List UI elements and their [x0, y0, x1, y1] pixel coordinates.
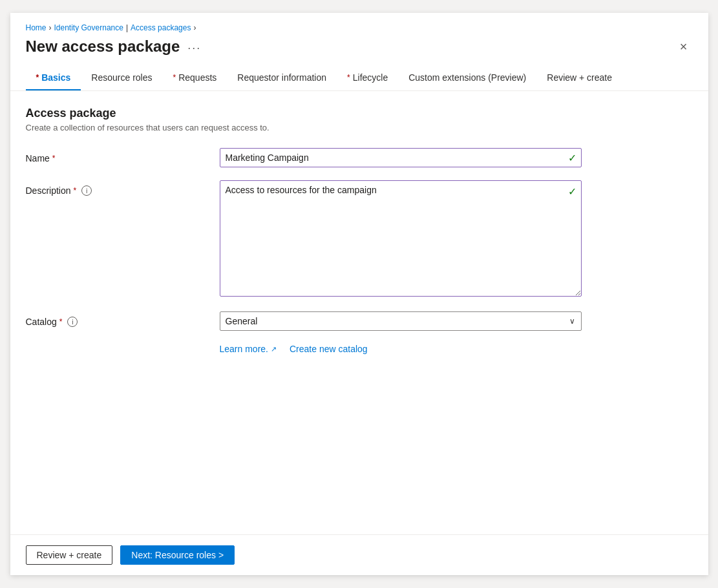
title-row: New access package ··· × — [26, 37, 693, 56]
section-title: Access package — [26, 107, 693, 120]
tab-lifecycle-star: * — [347, 73, 350, 82]
tab-lifecycle-label: Lifecycle — [353, 72, 388, 83]
breadcrumb-chevron-1: › — [49, 23, 52, 32]
breadcrumb-separator: | — [126, 23, 128, 32]
description-label-text: Description — [26, 185, 71, 196]
description-form-row: Description * i Access to resources for … — [26, 180, 693, 299]
name-form-row: Name * ✓ — [26, 148, 693, 167]
tab-resource-roles[interactable]: Resource roles — [81, 66, 162, 90]
tabs-bar: * Basics Resource roles * Requests Reque… — [10, 66, 708, 91]
tab-resource-roles-label: Resource roles — [91, 72, 152, 83]
catalog-required-star: * — [59, 317, 63, 326]
tab-review-create-label: Review + create — [547, 72, 612, 83]
description-required-star: * — [74, 186, 77, 195]
tab-lifecycle[interactable]: * Lifecycle — [337, 66, 398, 90]
tab-basics[interactable]: * Basics — [26, 66, 81, 90]
learn-more-label: Learn more. — [220, 344, 268, 354]
breadcrumb: Home › Identity Governance | Access pack… — [26, 23, 693, 32]
name-label-text: Name — [26, 153, 50, 163]
breadcrumb-access-packages[interactable]: Access packages — [131, 23, 191, 32]
name-input-wrapper: ✓ — [220, 148, 582, 167]
review-create-button[interactable]: Review + create — [26, 545, 113, 565]
tab-requests-label: Requests — [178, 72, 216, 83]
links-row: Learn more. ↗ Create new catalog — [220, 344, 693, 354]
tab-requests-star: * — [173, 73, 176, 82]
description-textarea[interactable]: Access to resources for the campaign — [220, 180, 582, 297]
content-area: Access package Create a collection of re… — [10, 91, 708, 534]
catalog-label: Catalog * i — [26, 311, 220, 327]
learn-more-link[interactable]: Learn more. ↗ — [220, 344, 277, 354]
tab-requestor-info[interactable]: Requestor information — [227, 66, 337, 90]
close-button[interactable]: × — [675, 37, 693, 56]
catalog-control: General Custom ∨ — [220, 311, 582, 331]
tab-review-create[interactable]: Review + create — [536, 66, 622, 90]
tab-requestor-info-label: Requestor information — [237, 72, 326, 83]
title-left: New access package ··· — [26, 37, 202, 56]
more-options-button[interactable]: ··· — [187, 41, 201, 55]
description-label: Description * i — [26, 180, 220, 196]
catalog-select-wrapper: General Custom ∨ — [220, 311, 582, 331]
tab-basics-label: Basics — [41, 72, 70, 83]
breadcrumb-chevron-2: › — [193, 23, 196, 32]
tab-custom-extensions-label: Custom extensions (Preview) — [408, 72, 526, 83]
catalog-info-icon[interactable]: i — [67, 317, 78, 327]
create-catalog-link[interactable]: Create new catalog — [290, 344, 368, 354]
page-title: New access package — [26, 37, 180, 56]
tab-custom-extensions[interactable]: Custom extensions (Preview) — [398, 66, 536, 90]
catalog-select[interactable]: General Custom — [220, 311, 582, 331]
name-input[interactable] — [220, 148, 582, 167]
catalog-label-text: Catalog — [26, 317, 57, 327]
breadcrumb-identity-governance[interactable]: Identity Governance — [54, 23, 123, 32]
panel: Home › Identity Governance | Access pack… — [10, 13, 708, 575]
create-catalog-label: Create new catalog — [290, 344, 368, 354]
description-info-icon[interactable]: i — [81, 185, 92, 196]
next-resource-roles-button[interactable]: Next: Resource roles > — [120, 545, 235, 565]
description-textarea-wrapper: Access to resources for the campaign ✓ — [220, 180, 582, 299]
name-control: ✓ — [220, 148, 582, 167]
tab-requests[interactable]: * Requests — [162, 66, 227, 90]
footer: Review + create Next: Resource roles > — [10, 534, 708, 575]
breadcrumb-home[interactable]: Home — [26, 23, 47, 32]
name-required-star: * — [52, 154, 56, 163]
tab-basics-star: * — [36, 73, 39, 82]
section-description: Create a collection of resources that us… — [26, 123, 693, 132]
external-link-icon: ↗ — [271, 345, 277, 353]
panel-header: Home › Identity Governance | Access pack… — [10, 13, 708, 56]
description-control: Access to resources for the campaign ✓ — [220, 180, 582, 299]
name-label: Name * — [26, 148, 220, 163]
catalog-form-row: Catalog * i General Custom ∨ — [26, 311, 693, 331]
